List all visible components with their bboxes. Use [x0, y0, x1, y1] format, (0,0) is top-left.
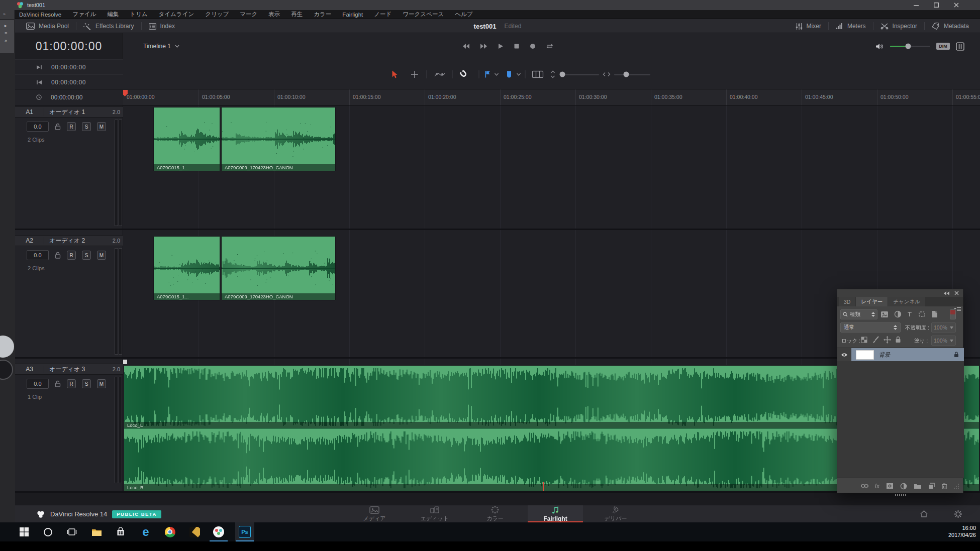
solo-button[interactable]: S	[82, 122, 91, 131]
effects-library-button[interactable]: Effects Library	[83, 23, 134, 30]
home-button[interactable]	[920, 510, 928, 518]
timeline-scroll-strip[interactable]	[15, 493, 980, 505]
menu-node[interactable]: ノード	[374, 11, 391, 18]
track-header-a2[interactable]: A2オーディオ 22.0 0.0 R S M 2 Clips	[15, 235, 123, 361]
track-divider[interactable]	[15, 357, 980, 359]
page-tab-fairlight[interactable]: Fairlight	[528, 505, 583, 523]
track-header-a1[interactable]: A1オーディオ 12.0 0.0 R S M 2 Clips	[15, 106, 123, 232]
layer-mask-icon[interactable]	[886, 483, 894, 489]
settings-gear-button[interactable]	[954, 510, 962, 518]
menu-davinci-resolve[interactable]: DaVinci Resolve	[19, 12, 61, 18]
lock-icon[interactable]	[55, 123, 61, 130]
horizontal-zoom-slider[interactable]	[614, 74, 650, 75]
filter-adjustment-icon[interactable]	[894, 310, 902, 318]
menu-view[interactable]: 表示	[268, 11, 280, 18]
delete-layer-icon[interactable]	[941, 483, 947, 489]
page-tab-media[interactable]: メディア	[347, 505, 402, 523]
envelope-tool[interactable]	[434, 71, 445, 78]
track-divider[interactable]	[15, 229, 980, 230]
marker-chevron-icon[interactable]	[495, 73, 499, 76]
record-button[interactable]	[530, 43, 536, 49]
panel-resize-dashes[interactable]	[895, 494, 907, 496]
track-gain-field[interactable]: 0.0	[27, 122, 49, 132]
menu-mark[interactable]: マーク	[240, 11, 257, 18]
photoshop-layers-panel[interactable]: 3D レイヤー チャンネル 種類 T 通常 不透明度 : 100% ロック :	[837, 289, 963, 493]
loop-button[interactable]	[546, 43, 554, 49]
tab-3d[interactable]: 3D	[839, 297, 855, 306]
record-arm-button[interactable]: R	[67, 122, 76, 131]
tab-channels[interactable]: チャンネル	[888, 297, 925, 306]
record-arm-button[interactable]: R	[67, 251, 76, 260]
horizontal-zoom-knob[interactable]	[624, 72, 629, 77]
filter-type-icon[interactable]: T	[908, 310, 912, 318]
selection-tool[interactable]	[391, 70, 399, 79]
filter-pixel-layers-icon[interactable]	[880, 311, 889, 318]
menu-edit[interactable]: 編集	[107, 11, 119, 18]
page-tab-color[interactable]: カラー	[467, 505, 523, 523]
mute-button[interactable]: M	[97, 251, 106, 260]
chrome-icon[interactable]	[160, 522, 179, 541]
menu-clip[interactable]: クリップ	[205, 11, 229, 18]
menu-trim[interactable]: トリム	[130, 11, 147, 18]
link-layers-icon[interactable]	[861, 484, 868, 488]
audio-clip[interactable]: A079C015_1...	[153, 236, 220, 300]
resize-grip-icon[interactable]	[954, 484, 959, 489]
timeline-selector[interactable]: Timeline 1	[143, 33, 179, 59]
davinci-resolve-taskbar-icon[interactable]	[209, 522, 228, 541]
audio-clip[interactable]: A079C009_170423HO_CANON	[221, 236, 336, 300]
page-tab-edit[interactable]: エディット	[407, 505, 462, 523]
opacity-field[interactable]: 100%	[931, 322, 956, 333]
lock-pixels-brush-icon[interactable]	[872, 336, 879, 344]
solo-button[interactable]: S	[82, 251, 91, 260]
collapse-panel-icon[interactable]	[944, 291, 950, 295]
meters-button[interactable]: Meters	[836, 23, 866, 30]
menu-playback[interactable]: 再生	[291, 11, 303, 18]
track-view-button[interactable]	[532, 71, 544, 78]
timeline-ruler[interactable]: 01:00:00:00 01:00:05:00 01:00:10:00 01:0…	[123, 89, 980, 105]
adjustment-layer-icon[interactable]	[900, 483, 907, 490]
lock-all-icon[interactable]	[895, 336, 901, 343]
filter-toggle[interactable]	[950, 309, 956, 319]
record-arm-button[interactable]: R	[67, 379, 76, 388]
track-gain-field[interactable]: 0.0	[27, 379, 49, 389]
vertical-zoom-slider[interactable]	[561, 74, 599, 75]
volume-slider-knob[interactable]	[906, 44, 911, 49]
visibility-toggle[interactable]	[837, 348, 851, 361]
window-titlebar[interactable]: test001	[0, 0, 980, 10]
clip-color-chevron-icon[interactable]	[517, 73, 521, 76]
lock-icon[interactable]	[55, 380, 61, 387]
mixer-button[interactable]: Mixer	[796, 23, 821, 30]
menu-help[interactable]: ヘルプ	[455, 11, 472, 18]
close-button[interactable]	[949, 0, 964, 10]
edge-icon[interactable]: e	[136, 522, 155, 541]
task-view-icon[interactable]	[62, 522, 81, 541]
fill-field[interactable]: 100%	[931, 336, 956, 346]
new-layer-icon[interactable]	[928, 483, 935, 489]
tab-layers[interactable]: レイヤー	[856, 297, 888, 306]
rewind-button[interactable]	[462, 43, 470, 49]
inspector-button[interactable]: Inspector	[880, 23, 917, 30]
menu-fairlight[interactable]: Fairlight	[342, 12, 363, 18]
playhead-handle[interactable]	[123, 360, 127, 364]
lock-transparency-icon[interactable]	[861, 337, 867, 343]
speaker-icon[interactable]	[875, 43, 884, 50]
menu-color[interactable]: カラー	[314, 11, 331, 18]
pinned-app-icon[interactable]	[185, 522, 204, 541]
lock-icon[interactable]	[55, 252, 61, 259]
mute-button[interactable]: M	[97, 379, 106, 388]
marker-flag-button[interactable]	[484, 71, 491, 78]
menu-file[interactable]: ファイル	[72, 11, 96, 18]
trim-tool[interactable]	[411, 70, 419, 78]
index-button[interactable]: Index	[149, 23, 175, 30]
close-panel-icon[interactable]	[954, 291, 959, 295]
photoshop-taskbar-icon[interactable]: Ps	[235, 522, 254, 541]
monitor-volume-slider[interactable]	[890, 46, 930, 47]
play-button[interactable]	[498, 43, 504, 49]
mute-button[interactable]: M	[97, 122, 106, 131]
filter-smart-object-icon[interactable]	[931, 310, 938, 318]
layer-style-fx-icon[interactable]: fx	[875, 483, 879, 490]
clip-color-button[interactable]	[506, 71, 512, 78]
file-explorer-icon[interactable]	[87, 522, 106, 541]
fast-forward-button[interactable]	[480, 43, 487, 49]
menu-timeline[interactable]: タイムライン	[159, 11, 194, 18]
